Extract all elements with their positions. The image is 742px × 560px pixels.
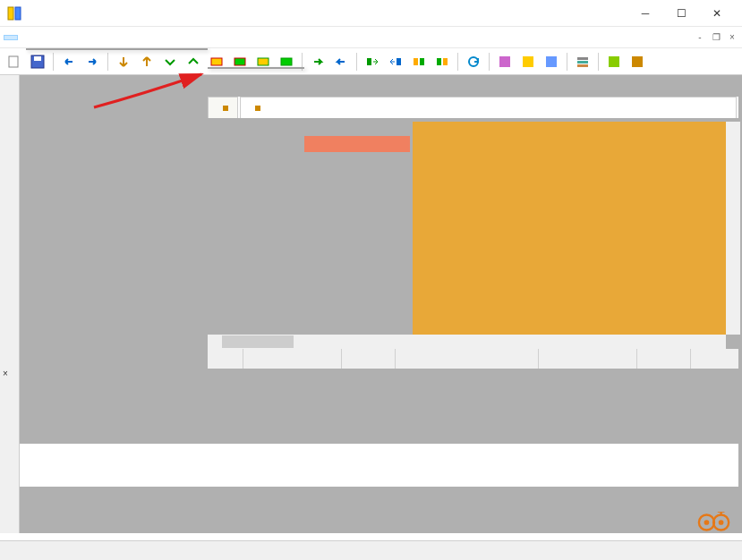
maximize-button[interactable]: ☐ — [663, 0, 699, 27]
location-pane: × — [0, 75, 20, 533]
tool-next-diff[interactable] — [113, 51, 134, 72]
svg-point-25 — [704, 520, 710, 525]
tool-y1[interactable] — [603, 51, 625, 72]
right-text-pane[interactable] — [413, 122, 726, 336]
tool-merge-b[interactable] — [431, 51, 453, 72]
tool-all-left[interactable] — [385, 51, 406, 72]
svg-rect-14 — [443, 58, 448, 65]
pane-status-bar — [208, 349, 738, 369]
diff-detail-pane[interactable] — [20, 444, 738, 487]
file-headers — [208, 97, 738, 118]
menu-plugins[interactable] — [75, 35, 90, 40]
tool-new[interactable] — [4, 51, 25, 72]
svg-rect-20 — [577, 61, 588, 64]
menu-help[interactable] — [104, 35, 118, 40]
menu-file[interactable] — [4, 35, 18, 40]
app-icon — [7, 6, 21, 21]
svg-rect-7 — [258, 58, 269, 65]
close-pane-icon[interactable]: × — [3, 369, 8, 378]
close-button[interactable]: ✕ — [699, 0, 735, 27]
menu-merge[interactable] — [47, 35, 61, 40]
left-encoding — [243, 349, 342, 369]
svg-rect-6 — [235, 58, 245, 65]
tool-redo[interactable] — [81, 51, 103, 72]
svg-rect-1 — [15, 7, 21, 20]
tool-prev-diff[interactable] — [136, 51, 158, 72]
left-text-pane[interactable] — [304, 136, 410, 152]
tool-refresh[interactable] — [463, 51, 484, 72]
vertical-scrollbar[interactable] — [726, 122, 740, 335]
title-bar: ─ ☐ ✕ — [0, 0, 742, 27]
tool-x3[interactable] — [541, 51, 562, 72]
svg-rect-0 — [8, 7, 13, 20]
svg-rect-16 — [499, 56, 510, 67]
svg-rect-19 — [577, 57, 588, 60]
menu-view[interactable] — [32, 35, 47, 40]
menu-bar: - ❐ × — [0, 27, 742, 48]
mdi-restore-icon[interactable]: ❐ — [710, 31, 722, 44]
tool-merge-a[interactable] — [408, 51, 430, 72]
tool-y2[interactable] — [627, 51, 648, 72]
svg-rect-22 — [609, 56, 619, 67]
svg-rect-5 — [211, 58, 222, 65]
svg-rect-11 — [414, 58, 418, 65]
new-3way-submenu — [208, 67, 304, 69]
right-file-header[interactable] — [240, 97, 737, 118]
right-eol — [637, 349, 691, 369]
svg-rect-12 — [420, 58, 424, 65]
mdi-close-icon[interactable]: × — [726, 31, 738, 44]
right-position — [396, 349, 539, 369]
minimize-button[interactable]: ─ — [627, 0, 663, 27]
file-menu-dropdown — [26, 48, 208, 50]
work-area: × — [0, 75, 742, 533]
tool-up[interactable] — [183, 51, 204, 72]
svg-rect-4 — [34, 56, 41, 61]
tool-options[interactable] — [572, 51, 593, 72]
svg-rect-2 — [9, 56, 18, 67]
watermark — [697, 512, 737, 533]
tool-x1[interactable] — [494, 51, 516, 72]
right-encoding — [539, 349, 637, 369]
watermark-logo-icon — [697, 512, 731, 533]
svg-rect-13 — [437, 58, 441, 65]
svg-rect-21 — [577, 64, 588, 67]
menu-tools[interactable] — [61, 35, 75, 40]
menu-edit[interactable] — [18, 35, 32, 40]
tool-copy-right[interactable] — [307, 51, 328, 72]
tool-x2[interactable] — [517, 51, 539, 72]
tool-save[interactable] — [27, 51, 48, 72]
left-eol — [342, 349, 396, 369]
svg-rect-10 — [397, 58, 401, 65]
toolbar — [0, 48, 742, 75]
status-bar — [0, 540, 742, 560]
svg-rect-8 — [281, 58, 292, 65]
svg-rect-23 — [632, 56, 643, 67]
svg-rect-17 — [523, 56, 533, 67]
mdi-minimize-icon[interactable]: - — [694, 31, 706, 44]
horizontal-scrollbar[interactable] — [208, 335, 726, 349]
menu-window[interactable] — [90, 35, 104, 40]
left-file-header[interactable] — [208, 97, 238, 118]
tool-copy-left[interactable] — [330, 51, 352, 72]
tool-down[interactable] — [159, 51, 181, 72]
tool-undo[interactable] — [58, 51, 80, 72]
svg-rect-18 — [546, 56, 557, 67]
svg-rect-9 — [367, 58, 371, 65]
svg-point-27 — [719, 520, 724, 525]
tool-all-right[interactable] — [362, 51, 383, 72]
